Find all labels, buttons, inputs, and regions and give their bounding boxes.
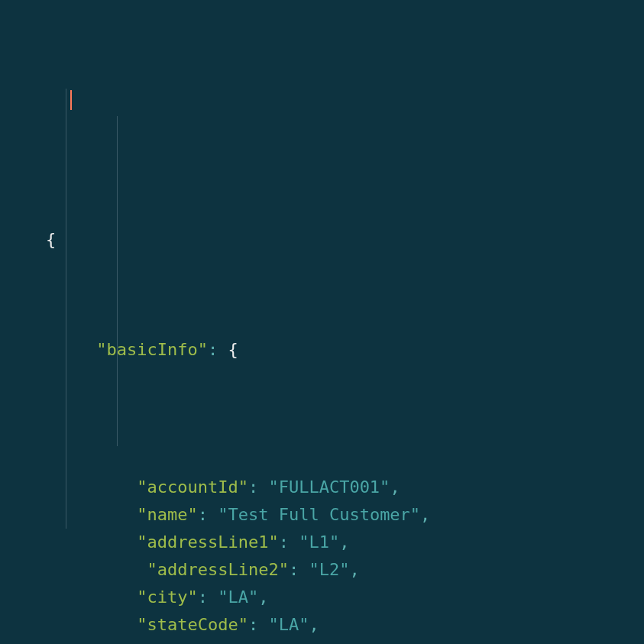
json-string: "LA" [268,615,309,634]
json-key: "city" [137,587,197,607]
json-key: "name" [137,505,197,524]
colon: : [198,587,218,607]
colon: : [248,477,269,497]
colon: : [279,532,299,552]
json-string: "LA" [218,587,258,607]
json-string: "FULLACT001" [268,477,390,497]
comma: , [258,587,268,607]
comma: , [349,560,359,579]
colon: : [248,615,269,634]
colon: : [289,560,309,579]
indent-guide [117,116,118,446]
indent-guide [66,89,66,529]
brace-open: { [46,230,56,249]
colon: : [198,505,218,524]
code-line: "countryCode": "US", [46,639,644,644]
json-key: "stateCode" [137,615,248,634]
json-key: "basicInfo" [96,340,208,359]
brace-open: { [228,340,238,359]
comma: , [390,477,400,497]
code-line: { [46,226,644,254]
code-line: "city": "LA", [46,584,644,611]
code-line: "addressLine2": "L2", [46,556,644,584]
json-string: "Test Full Customer" [218,505,420,524]
code-line: "stateCode": "LA", [46,611,644,639]
json-string: "L2" [309,560,349,579]
code-editor[interactable]: { "basicInfo": { "accountId": "FULLACT00… [0,0,644,644]
code-line: "basicInfo": { [46,336,644,364]
json-key: "addressLine2" [147,560,288,579]
json-string: "L1" [299,532,339,552]
comma: , [420,505,430,524]
code-line: "addressLine1": "L1", [46,529,644,556]
comma: , [339,532,349,552]
text-cursor [70,90,72,110]
comma: , [309,615,319,634]
colon: : [208,340,228,359]
code-line: "accountId": "FULLACT001", [46,474,644,501]
code-line: "name": "Test Full Customer", [46,501,644,529]
json-key: "addressLine1" [137,532,278,552]
json-key: "accountId" [137,477,248,497]
